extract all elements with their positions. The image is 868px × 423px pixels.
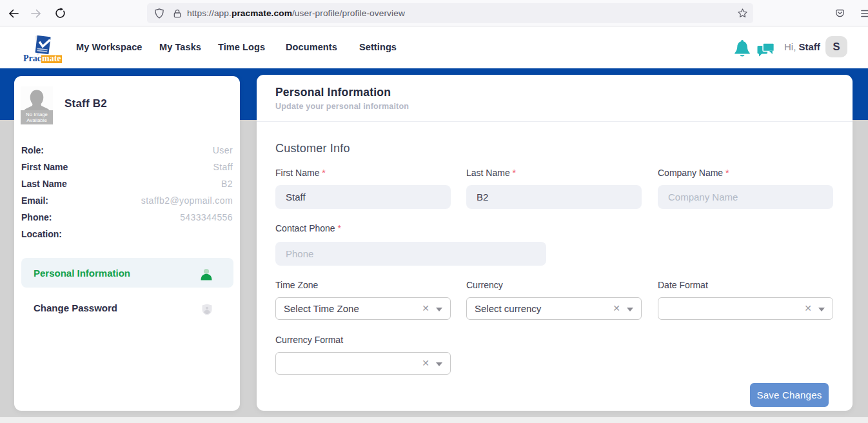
svg-text:mate: mate xyxy=(42,54,61,63)
svg-text:Available: Available xyxy=(26,117,47,123)
svg-text:No Image: No Image xyxy=(26,112,48,117)
svg-text:Prac: Prac xyxy=(23,54,41,63)
